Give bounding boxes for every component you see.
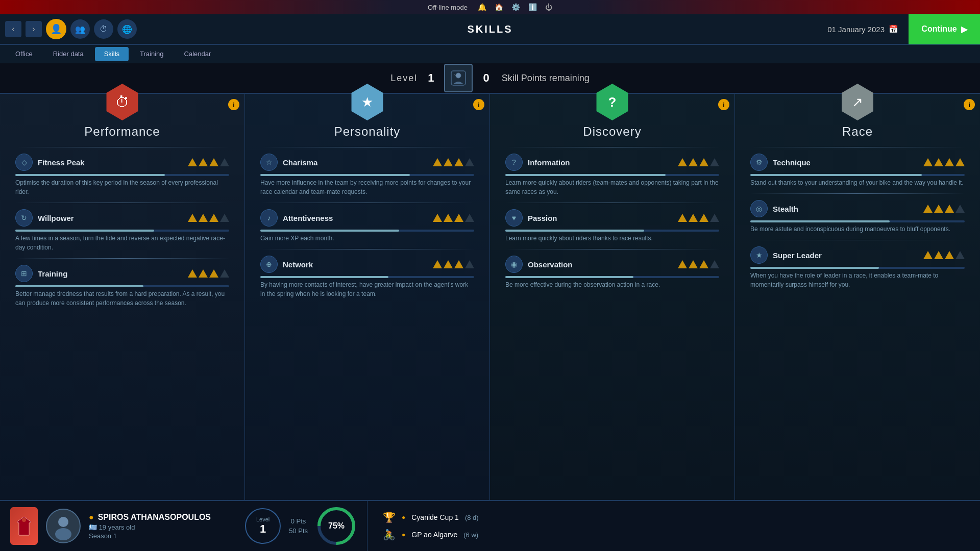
skill-charisma: ☆ Charisma Have more influence in the te… (260, 154, 474, 203)
charisma-desc: Have more influence in the team by recei… (260, 178, 474, 196)
discovery-info-badge[interactable]: i (718, 99, 729, 110)
progress-text: 75% (328, 521, 345, 531)
page-title: SKILLS (467, 23, 512, 35)
player-section: ● SPIROS ATHANASOPOULOS 🇬🇷 19 years old … (0, 501, 368, 551)
level-bar: Level 1 0 Skill Points remaining (0, 63, 980, 94)
race-1-name: Cyanide Cup 1 (411, 513, 459, 521)
training-stars (188, 269, 229, 278)
date-area: 01 January 2023 📅 (827, 24, 898, 34)
super-leader-desc: When you have the role of leader in a ra… (750, 271, 965, 289)
tab-rider-data[interactable]: Rider data (44, 47, 93, 61)
player-name: SPIROS ATHANASOPOULOS (98, 513, 211, 522)
stealth-icon: ◎ (750, 200, 768, 217)
svg-point-1 (456, 73, 461, 78)
skill-fitness-peak: ◇ Fitness Peak Optimise the duration of … (15, 154, 229, 203)
super-leader-stars (923, 251, 965, 259)
tab-office[interactable]: Office (6, 47, 42, 61)
passion-stars (678, 214, 719, 222)
player-age: 🇬🇷 19 years old (89, 523, 237, 531)
arrow-right-icon: ▶ (961, 24, 967, 34)
network-stars (433, 260, 474, 268)
skill-points-value: 0 (483, 71, 489, 85)
column-race: ↗ i Race ⚙ Technique Stand out thanks to… (735, 94, 980, 500)
column-performance: ⏱ i Performance ◇ Fitness Peak Optimise … (0, 94, 245, 500)
player-info: ● SPIROS ATHANASOPOULOS 🇬🇷 19 years old … (89, 513, 237, 540)
offline-mode-text: Off-line mode (428, 4, 468, 11)
continue-button[interactable]: Continue ▶ (909, 14, 980, 44)
performance-title: Performance (15, 124, 229, 139)
level-label-bottom: Level (256, 516, 270, 522)
charisma-name: Charisma (283, 158, 428, 167)
stealth-stars (923, 205, 965, 213)
skill-information: ? Information Learn more quickly about r… (505, 154, 719, 203)
training-desc: Better manage tiredness that results fro… (15, 289, 229, 308)
back-button[interactable]: ‹ (5, 21, 21, 37)
race-item-2: 🚴 ● GP ao Algarve (6 w) (383, 529, 965, 541)
pts-max: 50 Pts (289, 527, 308, 535)
network-desc: By having more contacts of interest, hav… (260, 280, 474, 298)
level-display: Level 1 (245, 508, 281, 544)
willpower-icon: ↻ (15, 209, 33, 227)
performance-info-badge[interactable]: i (228, 99, 239, 110)
tab-calendar[interactable]: Calendar (175, 47, 220, 61)
personality-info-badge[interactable]: i (473, 99, 484, 110)
stealth-name: Stealth (773, 205, 918, 213)
information-icon: ? (505, 154, 523, 171)
technique-stars (923, 158, 965, 166)
training-name: Training (38, 269, 183, 278)
skill-willpower: ↻ Willpower A few times in a season, tur… (15, 209, 229, 259)
calendar-icon[interactable]: 📅 (889, 24, 898, 34)
observation-desc: Be more effective during the observation… (505, 280, 719, 289)
information-name: Information (528, 158, 673, 167)
nav-bar: ‹ › 👤 👥 ⏱ 🌐 SKILLS 01 January 2023 📅 Con… (0, 14, 980, 45)
bell-icon[interactable]: 🔔 (478, 3, 486, 11)
race-info-badge[interactable]: i (964, 99, 975, 110)
tab-skills[interactable]: Skills (95, 47, 129, 61)
bottom-bar: ● SPIROS ATHANASOPOULOS 🇬🇷 19 years old … (0, 500, 980, 551)
passion-name: Passion (528, 214, 673, 222)
race-title: Race (750, 124, 965, 139)
flag-icon: 🇬🇷 (89, 523, 97, 531)
super-leader-icon: ★ (750, 246, 768, 264)
svg-point-6 (58, 517, 68, 527)
passion-desc: Learn more quickly about riders thanks t… (505, 234, 719, 243)
tab-training[interactable]: Training (131, 47, 173, 61)
observation-stars (678, 260, 719, 268)
fitness-peak-icon: ◇ (15, 154, 33, 171)
discovery-title: Discovery (505, 124, 719, 139)
charisma-icon: ☆ (260, 154, 278, 171)
home-icon[interactable]: 🏠 (495, 3, 503, 11)
skill-network: ⊕ Network By having more contacts of int… (260, 256, 474, 298)
player-name-row: ● SPIROS ATHANASOPOULOS (89, 513, 237, 522)
skill-observation: ◉ Observation Be more effective during t… (505, 256, 719, 289)
forward-button[interactable]: › (26, 21, 42, 37)
info-icon[interactable]: ℹ️ (528, 3, 537, 11)
observation-icon: ◉ (505, 256, 523, 273)
skill-stealth: ◎ Stealth Be more astute and inconspicuo… (750, 200, 965, 240)
race-item-1: 🏆 ● Cyanide Cup 1 (8 d) (383, 511, 965, 523)
network-name: Network (283, 260, 428, 269)
trophy-icon: 🏆 (383, 511, 396, 523)
date-text: 01 January 2023 (827, 25, 885, 34)
willpower-desc: A few times in a season, turn the tide a… (15, 234, 229, 252)
svg-point-4 (22, 518, 26, 522)
globe-icon[interactable]: 🌐 (117, 19, 137, 39)
skills-grid: ⏱ i Performance ◇ Fitness Peak Optimise … (0, 94, 980, 500)
rider-icon[interactable]: 👤 (46, 19, 66, 39)
super-leader-name: Super Leader (773, 251, 918, 260)
technique-icon: ⚙ (750, 154, 768, 171)
rider-center-icon (444, 64, 473, 92)
attentiveness-name: Attentiveness (283, 214, 428, 222)
power-icon[interactable]: ⏻ (545, 3, 552, 11)
riders-icon[interactable]: 👥 (70, 19, 90, 39)
level-label: Level (390, 73, 418, 84)
race-2-dot: ● (402, 531, 405, 538)
observation-name: Observation (528, 260, 673, 269)
network-icon: ⊕ (260, 256, 278, 273)
pts-display: 0 Pts 50 Pts (289, 517, 308, 535)
gear-icon[interactable]: ⚙️ (511, 3, 520, 11)
clock-icon[interactable]: ⏱ (94, 19, 113, 39)
information-stars (678, 158, 719, 166)
skill-technique: ⚙ Technique Stand out thanks to your und… (750, 154, 965, 194)
attentiveness-desc: Gain more XP each month. (260, 234, 474, 243)
